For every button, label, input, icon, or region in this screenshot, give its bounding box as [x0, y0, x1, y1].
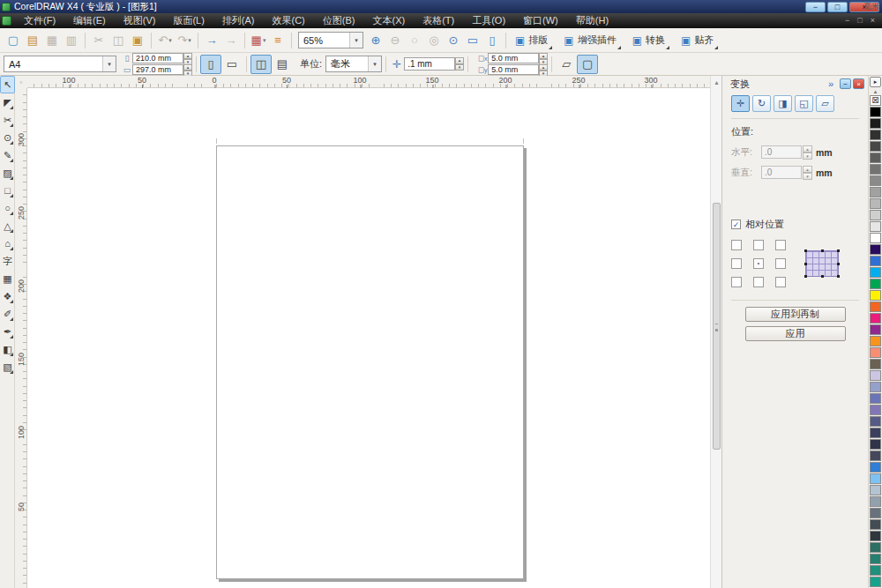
zoom-to-all-objects-button[interactable]: ⊙ — [444, 31, 463, 50]
doc-restore-button[interactable]: □ — [857, 13, 862, 28]
typesetting-button[interactable]: ▣ 排版 — [510, 31, 553, 50]
drawing-canvas[interactable] — [27, 88, 710, 588]
current-page-button[interactable]: ▤ — [272, 55, 293, 74]
transform-skew-button[interactable]: ▱ — [816, 95, 834, 112]
treat-as-filled-toggle[interactable]: ▢ — [577, 55, 598, 74]
freehand-tool[interactable]: ✎ — [0, 146, 15, 164]
vertical-spinner[interactable]: ▴▾ — [803, 166, 812, 179]
color-swatch[interactable] — [870, 439, 881, 450]
undo-button[interactable]: ↶▾ — [155, 31, 175, 50]
anchor-center[interactable]: • — [753, 258, 764, 269]
zoom-to-selected-button[interactable]: ◎ — [424, 31, 444, 50]
menu-tools[interactable]: 工具(O) — [463, 13, 514, 28]
all-pages-button[interactable]: ◫ — [250, 55, 272, 74]
outline-pen-tool[interactable]: ✒ — [0, 323, 15, 340]
nudge-offset-field[interactable]: .1 mm — [404, 57, 455, 71]
duplicate-x-spinner[interactable]: ▴▾ — [539, 53, 548, 63]
duplicate-y-field[interactable]: 5.0 mm — [488, 64, 539, 75]
paper-width-spinner[interactable]: ▴▾ — [183, 53, 192, 63]
anchor-top-left[interactable] — [731, 240, 742, 250]
color-swatch[interactable] — [870, 187, 881, 197]
landscape-button[interactable]: ▭ — [221, 55, 243, 74]
zoom-level-combo[interactable]: 65% ▾ — [298, 32, 363, 48]
polygon-tool[interactable]: △ — [0, 217, 15, 234]
color-swatch[interactable] — [870, 290, 881, 301]
docker-minimize-button[interactable]: − — [840, 78, 851, 89]
relative-position-checkbox[interactable]: ✓ — [731, 220, 741, 229]
color-swatch[interactable] — [870, 336, 881, 346]
menu-bitmaps[interactable]: 位图(B) — [314, 13, 364, 28]
color-swatch[interactable] — [870, 416, 881, 427]
shape-tool[interactable]: ◤ — [0, 93, 15, 111]
interactive-fill-tool[interactable]: ▧ — [0, 358, 15, 376]
color-swatch[interactable] — [870, 577, 881, 587]
color-swatch[interactable] — [870, 473, 881, 484]
transform-size-button[interactable]: ◱ — [795, 95, 813, 112]
zoom-one-shot-button[interactable]: ○ — [405, 31, 424, 50]
paper-height-field[interactable]: 297.0 mm — [132, 64, 183, 75]
vertical-ruler[interactable]: 300 250 200 150 100 50 — [15, 88, 27, 588]
horizontal-spinner[interactable]: ▴▾ — [803, 145, 812, 159]
anchor-bottom-right[interactable] — [775, 277, 786, 287]
enhanced-plugins-button[interactable]: ▣ 增强插件 — [558, 31, 621, 50]
menu-view[interactable]: 视图(V) — [115, 13, 165, 28]
units-combo[interactable]: 毫米 ▾ — [325, 56, 382, 72]
maximize-button[interactable]: □ — [827, 2, 848, 12]
menu-file[interactable]: 文件(F) — [15, 13, 64, 28]
menu-edit[interactable]: 编辑(E) — [64, 13, 115, 28]
anchor-bottom-left[interactable] — [731, 277, 742, 287]
color-swatch[interactable] — [870, 485, 881, 495]
menu-layout[interactable]: 版面(L) — [164, 13, 213, 28]
eyedropper-tool[interactable]: ✐ — [0, 305, 15, 323]
welcome-screen-button[interactable]: ≡ — [268, 31, 288, 50]
redo-button[interactable]: ↷▾ — [175, 31, 194, 50]
menu-help[interactable]: 帮助(H) — [567, 13, 617, 28]
fill-tool[interactable]: ◧ — [0, 340, 15, 358]
copy-button[interactable]: ◫ — [108, 31, 128, 50]
color-swatch[interactable] — [870, 301, 881, 312]
paper-combo-arrow-icon[interactable]: ▾ — [102, 56, 116, 71]
palette-scroll-up-icon[interactable]: ▴ — [874, 87, 878, 95]
color-swatch[interactable] — [870, 347, 881, 358]
transform-rotate-button[interactable]: ↻ — [752, 95, 771, 112]
color-swatch[interactable] — [870, 198, 881, 209]
anchor-top-right[interactable] — [775, 240, 786, 250]
paper-type-combo[interactable]: A4 ▾ — [4, 56, 116, 72]
color-swatch[interactable] — [870, 565, 881, 576]
color-swatch[interactable] — [870, 382, 881, 392]
vertical-scrollbar[interactable]: ▲ — [710, 76, 721, 588]
color-swatch[interactable] — [870, 359, 881, 369]
paste-button[interactable]: ▣ — [128, 31, 147, 50]
color-swatch[interactable] — [870, 393, 881, 404]
minimize-button[interactable]: − — [805, 2, 826, 12]
duplicate-y-spinner[interactable]: ▴▾ — [539, 64, 548, 75]
import-button[interactable]: → — [202, 31, 221, 50]
menu-text[interactable]: 文本(X) — [363, 13, 414, 28]
zoom-to-page-width-button[interactable]: ▯ — [482, 31, 502, 50]
color-swatch[interactable] — [870, 531, 881, 541]
anchor-bottom-center[interactable] — [753, 277, 764, 287]
rectangle-tool[interactable]: □ — [0, 182, 15, 199]
doc-close-button[interactable]: × — [871, 13, 875, 28]
ruler-origin-corner[interactable]: ▫ — [15, 76, 27, 88]
units-combo-arrow-icon[interactable]: ▾ — [368, 56, 381, 71]
color-swatch[interactable] — [870, 118, 881, 129]
anchor-middle-left[interactable] — [731, 258, 742, 269]
color-swatch[interactable] — [870, 496, 881, 507]
color-swatch[interactable] — [870, 554, 881, 564]
blend-tool[interactable]: ❖ — [0, 287, 15, 305]
apply-button[interactable]: 应用 — [745, 326, 846, 341]
color-swatch[interactable] — [870, 370, 881, 381]
print-button[interactable]: ▥ — [62, 31, 81, 50]
color-swatch[interactable] — [870, 153, 881, 163]
portrait-button[interactable]: ▯ — [200, 55, 221, 74]
zoom-combo-arrow-icon[interactable]: ▾ — [349, 33, 363, 48]
launcher-dropdown-icon[interactable]: ▾ — [263, 37, 266, 44]
color-swatch[interactable] — [870, 279, 881, 289]
horizontal-field[interactable]: .0 — [761, 145, 802, 159]
document-page[interactable] — [216, 145, 524, 579]
menu-window[interactable]: 窗口(W) — [514, 13, 567, 28]
zoom-out-button[interactable]: ⊖ — [385, 31, 405, 50]
new-button[interactable]: ▢ — [4, 31, 23, 50]
text-tool[interactable]: 字 — [0, 252, 15, 270]
